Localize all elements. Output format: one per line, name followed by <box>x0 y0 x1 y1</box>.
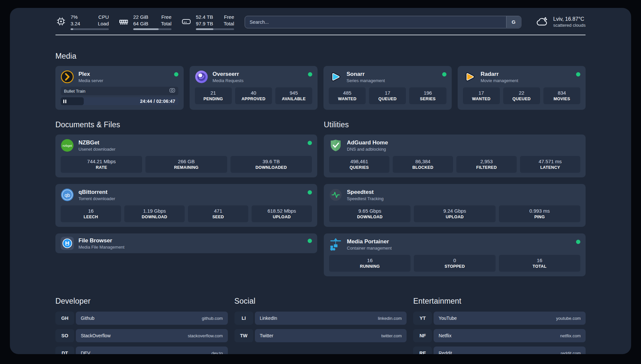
bookmark-netflix[interactable]: NF Netflix netflix.com <box>413 329 586 342</box>
bookmark-name: Twitter <box>260 333 273 338</box>
app-card-nzbget[interactable]: nzbget NZBGet Usenet downloader 744.21 M… <box>55 135 317 177</box>
app-card-qbittorrent[interactable]: qb qBittorrent Torrent downloader 16 LEE… <box>55 184 317 227</box>
section-title-media: Media <box>55 52 586 61</box>
app-card-filebrowser[interactable]: File Browser Media File Management <box>55 233 317 253</box>
app-card-sonarr[interactable]: Sonarr Series management 485 WANTED 17 Q… <box>323 66 452 110</box>
cpu-progress-fill <box>71 28 73 30</box>
disk-progress-fill <box>196 28 213 30</box>
app-title: AdGuard Home <box>347 139 388 146</box>
cpu-icon <box>55 16 67 26</box>
ram-progressbar <box>133 28 171 30</box>
search-bar: G <box>245 16 521 28</box>
qbittorrent-icon: qb <box>61 188 74 201</box>
camera-icon <box>169 88 175 94</box>
bookmark-abbr: GH <box>55 312 74 325</box>
bookmark-abbr: TW <box>234 329 253 342</box>
sonarr-icon <box>329 70 342 83</box>
app-card-radarr[interactable]: Radarr Movie management 17 WANTED 22 QUE… <box>458 66 586 110</box>
stat-box: 1.19 Gbps DOWNLOAD <box>124 205 185 222</box>
bookmark-group-social: Social LI LinkedIn linkedin.com TW Twitt… <box>234 297 407 354</box>
bookmark-linkedin[interactable]: LI LinkedIn linkedin.com <box>234 312 407 325</box>
svg-text:nzbget: nzbget <box>63 144 72 147</box>
section-media: Media Plex Media server <box>55 52 586 110</box>
overseerr-icon <box>195 70 208 83</box>
bookmark-url: twitter.com <box>381 333 402 338</box>
stat-box: 471 SEED <box>188 205 248 222</box>
stat-box: 196 SERIES <box>409 87 446 104</box>
status-dot <box>308 239 312 243</box>
bookmark-youtube[interactable]: YT YouTube youtube.com <box>413 312 586 325</box>
bookmark-name: StackOverflow <box>81 333 110 338</box>
cloud-icon <box>536 16 549 28</box>
app-title: Speedtest <box>347 189 383 196</box>
section-title-social: Social <box>234 297 407 306</box>
bookmark-name: LinkedIn <box>260 316 277 321</box>
bookmark-abbr: LI <box>234 312 253 325</box>
bookmark-name: Github <box>81 316 94 321</box>
disk-values: 52.4 TB 97.9 TB <box>196 14 213 27</box>
section-title-utilities: Utilities <box>324 120 586 129</box>
cpu-progressbar <box>71 28 109 30</box>
cpu-values: 7% 3.24 <box>71 14 80 27</box>
app-card-portainer[interactable]: Media Portainer Container management 16 … <box>324 233 586 276</box>
ram-labels: Free Total <box>161 14 171 27</box>
stat-box: 485 WANTED <box>329 87 366 104</box>
weather-condition: scattered clouds <box>553 23 586 28</box>
bookmark-reddit[interactable]: RE Reddit reddit.com <box>413 347 586 354</box>
app-title: Radarr <box>481 71 518 77</box>
bookmark-url: stackoverflow.com <box>188 333 223 338</box>
stat-box: 16 TOTAL <box>499 255 580 272</box>
stat-box: 0.993 ms PING <box>499 205 580 222</box>
bookmark-group-entertainment: Entertainment YT YouTube youtube.com NF … <box>413 297 586 354</box>
bookmark-abbr: SO <box>55 329 74 342</box>
svg-text:qb: qb <box>65 192 70 198</box>
app-card-overseerr[interactable]: Overseerr Media Requests 21 PENDING 40 A… <box>190 66 318 110</box>
portainer-icon <box>329 238 342 251</box>
cpu-stat: 7% 3.24 CPU Load <box>55 14 109 30</box>
section-title-entertainment: Entertainment <box>413 297 586 306</box>
stat-box: 16 LEECH <box>61 205 121 222</box>
bookmark-url: dev.to <box>211 351 223 354</box>
bookmark-stackoverflow[interactable]: SO StackOverflow stackoverflow.com <box>55 329 228 342</box>
stat-box: 2,953 FILTERED <box>456 156 517 173</box>
stat-box: 9.65 Gbps DOWNLOAD <box>329 205 411 222</box>
weather-widget: Lviv, 16.87°C scattered clouds <box>536 16 586 28</box>
status-dot <box>308 141 312 145</box>
disk-icon <box>181 16 192 27</box>
app-description: Media Requests <box>213 78 244 83</box>
bookmark-url: linkedin.com <box>378 316 402 321</box>
cpu-labels: CPU Load <box>98 14 109 27</box>
disk-progressbar <box>196 28 234 30</box>
search-input[interactable] <box>245 16 521 28</box>
now-playing-title: Bullet Train <box>64 89 85 94</box>
app-card-speedtest[interactable]: Speedtest Speedtest Tracking 9.65 Gbps D… <box>324 184 586 227</box>
bookmark-twitter[interactable]: TW Twitter twitter.com <box>234 329 407 342</box>
app-description: Media File Management <box>78 245 124 250</box>
bookmark-abbr: RE <box>413 347 432 354</box>
app-title: Overseerr <box>213 71 244 77</box>
stat-box: 86,384 BLOCKED <box>393 156 453 173</box>
stat-box: 744.21 Mbps RATE <box>61 156 142 173</box>
bookmark-abbr: YT <box>413 312 432 325</box>
app-card-plex[interactable]: Plex Media server Bullet Train <box>55 66 184 110</box>
header-bar: 7% 3.24 CPU Load <box>55 14 586 30</box>
stat-box: 40 APPROVED <box>235 87 272 104</box>
status-dot <box>576 72 580 76</box>
ram-icon <box>118 16 129 27</box>
nzbget-icon: nzbget <box>61 139 74 152</box>
pause-icon <box>63 100 66 103</box>
app-card-adguard[interactable]: AdGuard Home DNS and adblocking 498,461 … <box>324 135 586 177</box>
header-separator <box>55 35 586 35</box>
bookmark-dev[interactable]: DT DEV dev.to <box>55 347 228 354</box>
search-engine-button[interactable]: G <box>506 16 521 28</box>
ram-stat: 22 GiB 64 GiB Free Total <box>118 14 171 30</box>
app-description: Torrent downloader <box>78 196 115 201</box>
bookmark-name: DEV <box>81 350 90 354</box>
app-description: Series management <box>347 78 385 83</box>
bookmark-github[interactable]: GH Github github.com <box>55 312 228 325</box>
bookmark-group-developer: Developer GH Github github.com SO StackO… <box>55 297 228 354</box>
stat-box: 21 PENDING <box>195 87 232 104</box>
app-title: NZBGet <box>78 139 115 146</box>
stat-box: 16 RUNNING <box>329 255 411 272</box>
system-stats: 7% 3.24 CPU Load <box>55 14 234 30</box>
